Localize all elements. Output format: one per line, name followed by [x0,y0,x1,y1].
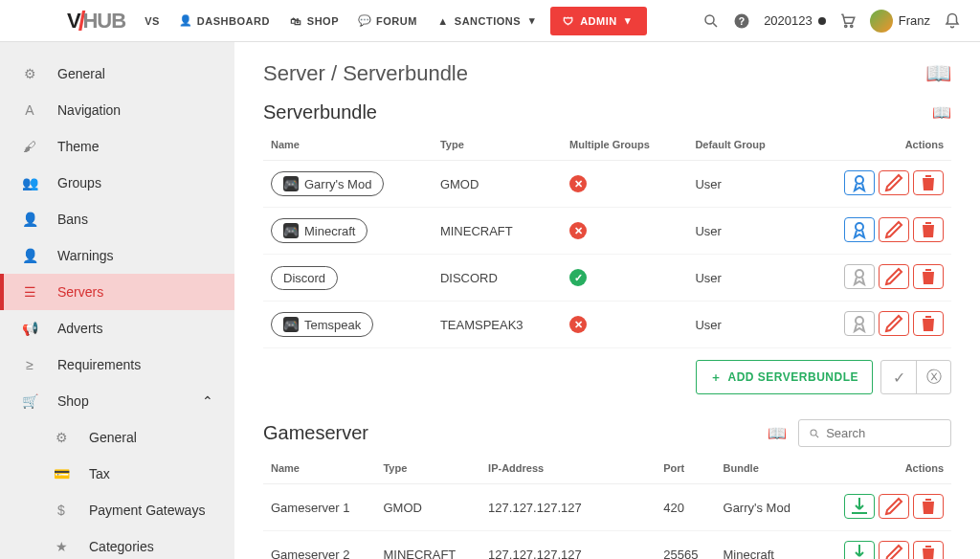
delete-button[interactable] [913,264,944,289]
sidebar-item-label: General [57,66,105,81]
edit-button[interactable] [879,311,909,336]
docs-icon[interactable]: 📖 [768,424,787,442]
search-icon [809,427,820,440]
search-icon[interactable] [702,12,720,30]
bundle-chip[interactable]: 🎮Temspeak [271,312,373,337]
bundle-icon: 🎮 [283,223,299,238]
bundle-chip[interactable]: 🎮Discord [271,266,338,290]
search-input[interactable] [826,426,941,440]
edit-button[interactable] [879,170,909,195]
nav-sanctions[interactable]: ▲SANCTIONS▾ [429,14,546,28]
delete-button[interactable] [913,217,944,242]
sidebar-sub-tax[interactable]: 💳Tax [0,456,234,492]
bell-icon[interactable] [944,12,961,30]
sidebar-item-theme[interactable]: 🖌Theme [0,128,234,165]
nav-admin[interactable]: 🛡ADMIN▾ [550,7,647,35]
add-serverbundle-label: ADD SERVERBUNDLE [728,370,858,384]
topbar-right: ? 2020123 Franz [702,10,970,33]
nav-vs[interactable]: VS [137,15,167,27]
user-warn-icon: 👤 [21,247,38,264]
card-icon: 💳 [53,465,70,482]
edit-button[interactable] [879,264,909,289]
add-serverbundle-button[interactable]: ＋ADD SERVERBUNDLE [696,360,873,394]
people-icon: 👥 [21,174,38,191]
gameserver-title: Gameserver [263,422,368,444]
nav-forum-label: FORUM [376,15,417,27]
sidebar-sub-payment[interactable]: $Payment Gateways [0,492,234,528]
award-button[interactable] [844,264,875,289]
multi-status-icon: ✕ [569,175,587,192]
chevron-down-icon: ▾ [622,14,635,28]
sidebar-sub-general[interactable]: ⚙General [0,419,234,456]
sidebar-item-general[interactable]: ⚙General [0,56,234,92]
edit-button[interactable] [879,494,909,519]
cancel-button[interactable]: ⓧ [916,361,950,393]
sidebar-item-shop[interactable]: 🛒Shop⌃ [0,383,234,419]
sidebar-item-servers[interactable]: ☰Servers [0,274,234,310]
edit-button[interactable] [879,541,909,559]
font-icon: A [21,101,38,119]
logo[interactable]: V / HUB [10,6,125,36]
warning-icon: ▲ [436,14,450,28]
sidebar-item-adverts[interactable]: 📢Adverts [0,310,234,347]
sidebar-item-bans[interactable]: 👤Bans [0,201,234,237]
bundle-name: Garry's Mod [304,177,371,191]
serverbundle-title: Serverbundle [263,101,377,123]
bundle-chip[interactable]: 🎮Garry's Mod [271,171,384,196]
th-multi: Multiple Groups [562,129,687,161]
logo-hub: HUB [82,9,125,34]
row-actions [844,170,944,195]
gear-icon: ⚙ [21,65,38,82]
row-actions [844,541,944,559]
default-group: User [687,302,800,348]
cart-icon[interactable] [839,12,857,30]
megaphone-icon: 📢 [21,320,38,337]
bundle-type: TEAMSPEAK3 [433,302,562,348]
confirm-button[interactable]: ✓ [881,361,916,393]
edit-button[interactable] [879,217,909,242]
th-default: Default Group [687,129,800,161]
nav-shop[interactable]: 🛍SHOP [281,14,346,28]
table-row: 🎮Minecraft MINECRAFT ✕ User [263,208,951,255]
chevron-up-icon: ⌃ [202,393,213,409]
user-menu[interactable]: Franz [870,10,930,33]
award-button[interactable] [844,311,875,336]
download-button[interactable] [844,494,875,519]
th-name: Name [263,453,375,484]
bundle-chip[interactable]: 🎮Minecraft [271,218,368,243]
breadcrumb-text: Server / Serverbundle [263,61,468,86]
download-button[interactable] [844,541,875,559]
sidebar-item-groups[interactable]: 👥Groups [0,165,234,201]
serverbundle-table: Name Type Multiple Groups Default Group … [263,129,951,348]
delete-button[interactable] [913,170,944,195]
delete-button[interactable] [913,494,944,519]
svg-point-0 [705,15,714,24]
svg-point-10 [811,429,816,435]
multi-status-icon: ✕ [569,222,587,239]
delete-button[interactable] [913,311,944,336]
award-button[interactable] [844,170,875,195]
sidebar-item-navigation[interactable]: ANavigation [0,92,234,128]
nav-forum[interactable]: 💬FORUM [350,14,425,28]
sidebar-item-warnings[interactable]: 👤Warnings [0,237,234,274]
confirm-box: ✓ ⓧ [880,360,951,394]
cart-icon: 🛒 [21,392,38,410]
svg-point-4 [844,25,846,27]
docs-icon[interactable]: 📖 [932,103,951,122]
gs-port: 420 [656,484,715,531]
docs-icon[interactable]: 📖 [925,61,951,86]
delete-button[interactable] [913,541,944,559]
nav-admin-label: ADMIN [580,15,617,27]
sidebar-sub-categories[interactable]: ★Categories [0,528,234,559]
table-row: 🎮Discord DISCORD ✓ User [263,255,951,302]
sidebar-item-label: Theme [57,139,100,154]
help-icon[interactable]: ? [733,12,750,30]
chevron-down-icon: ▾ [525,14,539,28]
sidebar-item-requirements[interactable]: ≥Requirements [0,347,234,383]
bundle-name: Minecraft [304,224,355,238]
nav-dashboard[interactable]: 👤DASHBOARD [171,14,278,28]
gs-ip: 127.127.127.127 [480,484,656,531]
award-button[interactable] [844,217,875,242]
search-box[interactable] [798,419,951,447]
avatar [870,10,893,33]
